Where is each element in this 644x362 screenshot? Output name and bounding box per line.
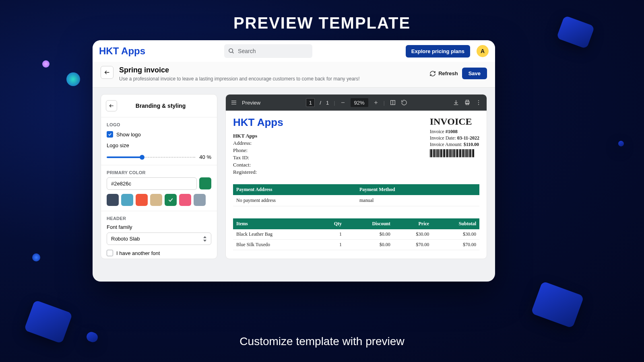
zoom-in-icon[interactable]: [373, 100, 379, 105]
color-swatches: [107, 194, 211, 206]
primary-color-input[interactable]: [107, 177, 197, 190]
invoice-title: INVOICE: [430, 116, 479, 127]
table-row: Blue Silk Tuxedo 1 $0.00 $70.00 $70.00: [233, 240, 479, 250]
page-total: 1: [326, 100, 329, 106]
barcode: [430, 149, 474, 157]
another-font-checkbox[interactable]: [107, 250, 113, 256]
slider-thumb[interactable]: [140, 155, 144, 160]
invoice-amount: $110.00: [464, 142, 479, 147]
swatch-gray[interactable]: [194, 194, 206, 206]
inv-registered: Registered:: [233, 169, 283, 175]
search-placeholder: Search: [238, 48, 256, 54]
panel-title: Branding & styling: [121, 103, 200, 109]
inv-contact: Contact:: [233, 162, 283, 168]
panel-back-button[interactable]: [106, 100, 117, 111]
body: Branding & styling LOGO Show logo Logo s…: [93, 88, 495, 265]
svg-point-20: [478, 104, 479, 105]
menu-icon[interactable]: [231, 99, 237, 106]
swatch-slate[interactable]: [107, 194, 119, 206]
logo-size-label: Logo size: [107, 142, 211, 148]
primary-color-section-label: PRIMARY COLOR: [107, 170, 211, 175]
more-icon[interactable]: [475, 99, 482, 106]
zoom-out-icon[interactable]: [340, 100, 346, 105]
items-table: Items Qty Discount Price Subtotal Black …: [233, 218, 479, 250]
logo-section-label: LOGO: [107, 122, 211, 127]
svg-line-1: [232, 52, 233, 53]
invoice-date: 03-11-2022: [457, 135, 479, 141]
check-icon: [108, 132, 112, 136]
swatch-tan[interactable]: [150, 194, 162, 206]
current-color-swatch: [199, 177, 211, 189]
page-title-top: PREVIEW TEMPLATE: [0, 14, 644, 32]
pdf-toolbar: Preview 1 / 1 | 92% |: [226, 95, 487, 111]
search-input[interactable]: Search: [224, 44, 312, 58]
search-icon: [228, 48, 235, 54]
svg-point-0: [229, 49, 233, 52]
save-button[interactable]: Save: [462, 68, 487, 79]
arrow-left-icon: [104, 69, 110, 76]
payment-table: Payment Address Payment Method No paymen…: [233, 184, 479, 206]
svg-marker-4: [203, 236, 206, 238]
show-logo-checkbox[interactable]: [107, 131, 113, 138]
show-logo-label: Show logo: [116, 132, 141, 138]
decor-shape: [531, 281, 584, 328]
font-family-label: Font family: [107, 224, 211, 230]
swatch-green-selected[interactable]: [165, 194, 177, 206]
payment-address-value: No payment address: [233, 195, 356, 206]
template-title: Spring invoice: [119, 66, 429, 74]
fit-page-icon[interactable]: [390, 99, 396, 106]
page-sep: /: [320, 100, 321, 106]
back-button[interactable]: [101, 66, 114, 79]
subheader: Spring invoice Use a professional invoic…: [93, 62, 495, 88]
inv-address: Address:: [233, 140, 283, 146]
svg-rect-16: [466, 100, 469, 101]
decor-shape: [617, 140, 625, 147]
invoice-brand: HKT Apps: [233, 116, 283, 129]
inv-taxid: Tax ID:: [233, 154, 283, 161]
logo-size-value: 40 %: [199, 154, 211, 160]
payment-method-value: manual: [356, 195, 479, 206]
styling-panel: Branding & styling LOGO Show logo Logo s…: [101, 94, 217, 259]
updown-icon: [203, 236, 207, 242]
decor-dot: [32, 253, 40, 261]
font-family-select[interactable]: Roboto Slab: [107, 232, 211, 245]
refresh-button[interactable]: Refresh: [429, 70, 458, 77]
another-font-label: I have another font: [116, 250, 160, 256]
header-section-label: HEADER: [107, 216, 211, 221]
swatch-orange[interactable]: [136, 194, 148, 206]
preview-panel: Preview 1 / 1 | 92% | HK: [225, 94, 487, 259]
svg-point-18: [478, 100, 479, 101]
page-title-bottom: Customize template with preview: [0, 335, 644, 348]
zoom-level[interactable]: 92%: [351, 98, 368, 107]
logo-size-slider[interactable]: [107, 156, 195, 158]
print-icon[interactable]: [464, 99, 471, 106]
template-desc: Use a professional invoice to leave a la…: [119, 76, 429, 82]
download-icon[interactable]: [453, 99, 459, 106]
svg-marker-5: [203, 240, 206, 242]
svg-rect-17: [466, 103, 469, 105]
preview-label: Preview: [242, 100, 260, 106]
inv-phone: Phone:: [233, 147, 283, 154]
refresh-icon: [429, 70, 436, 77]
rotate-icon[interactable]: [401, 99, 407, 106]
avatar[interactable]: A: [477, 45, 489, 57]
check-icon: [168, 197, 173, 203]
decor-dot: [42, 60, 50, 68]
decor-dot: [66, 72, 80, 86]
explore-pricing-button[interactable]: Explore pricing plans: [406, 45, 470, 58]
swatch-pink[interactable]: [179, 194, 191, 206]
brand-logo: HKT Apps: [99, 45, 145, 57]
arrow-left-icon: [109, 103, 114, 109]
swatch-cyan[interactable]: [121, 194, 133, 206]
svg-point-19: [478, 102, 479, 103]
invoice-number: #1008: [446, 129, 458, 134]
inv-company: HKT Apps: [233, 133, 283, 139]
app-window: HKT Apps Search Explore pricing plans A …: [93, 40, 495, 282]
page-current[interactable]: 1: [306, 98, 315, 107]
topbar: HKT Apps Search Explore pricing plans A: [93, 40, 495, 62]
invoice-document: HKT Apps HKT Apps Address: Phone: Tax ID…: [226, 111, 487, 256]
table-row: Black Leather Bag 1 $0.00 $30.00 $30.00: [233, 229, 479, 240]
